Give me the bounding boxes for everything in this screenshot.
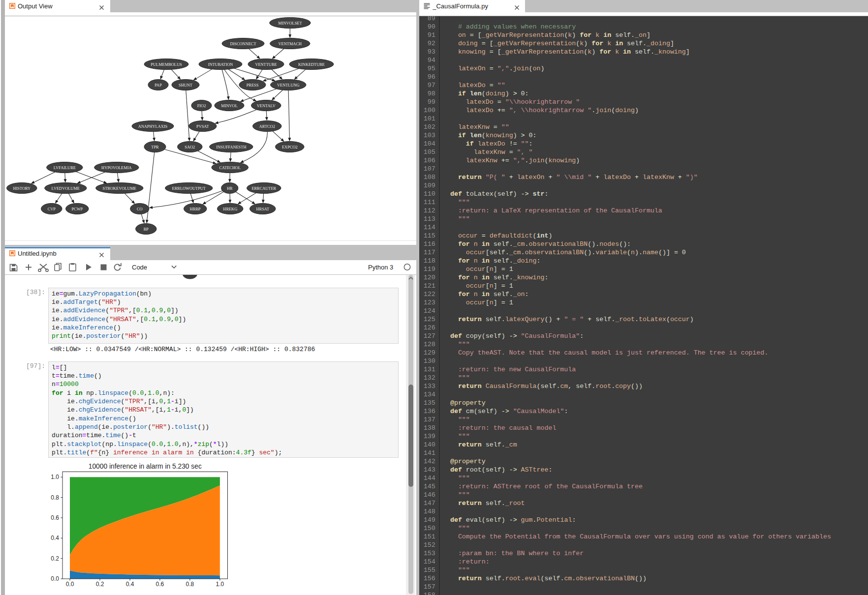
svg-text:0.6: 0.6: [51, 514, 59, 521]
svg-text:PVSAT: PVSAT: [196, 124, 209, 128]
svg-text:EXPCO2: EXPCO2: [282, 145, 298, 149]
svg-text:CVP: CVP: [48, 207, 56, 211]
svg-text:INTUBATION: INTUBATION: [208, 62, 233, 66]
svg-text:HISTORY: HISTORY: [13, 186, 31, 190]
svg-text:HRSAT: HRSAT: [256, 207, 270, 211]
svg-text:LVFAILURE: LVFAILURE: [54, 165, 76, 170]
svg-text:0.2: 0.2: [96, 581, 104, 588]
svg-text:SHUNT: SHUNT: [179, 83, 192, 87]
svg-text:STROKEVOLUME: STROKEVOLUME: [103, 186, 136, 190]
svg-text:VENTALV: VENTALV: [257, 103, 276, 108]
svg-text:ERRLOWOUTPUT: ERRLOWOUTPUT: [172, 186, 206, 190]
svg-text:ERRCAUTER: ERRCAUTER: [251, 186, 276, 190]
svg-text:CATECHOL: CATECHOL: [219, 165, 241, 170]
svg-text:10000 inference in alarm in 5.: 10000 inference in alarm in 5.230 sec: [89, 463, 202, 470]
svg-text:INSUFFANESTH: INSUFFANESTH: [216, 145, 246, 149]
svg-text:HYPOVOLEMIA: HYPOVOLEMIA: [101, 165, 131, 170]
svg-text:VENTLUNG: VENTLUNG: [277, 83, 300, 87]
svg-text:LVEDVOLUME: LVEDVOLUME: [52, 186, 80, 190]
svg-text:PCWP: PCWP: [71, 207, 83, 211]
svg-text:1.0: 1.0: [216, 581, 224, 588]
svg-text:SAO2: SAO2: [185, 145, 195, 149]
svg-text:0.2: 0.2: [51, 555, 59, 562]
svg-text:CO: CO: [137, 207, 143, 211]
svg-text:PULMEMBOLUS: PULMEMBOLUS: [151, 62, 182, 66]
svg-text:ARTCO2: ARTCO2: [259, 124, 275, 128]
svg-text:0.8: 0.8: [186, 581, 194, 588]
svg-text:MINVOL: MINVOL: [221, 103, 238, 108]
svg-text:0.8: 0.8: [51, 494, 59, 501]
svg-text:0.4: 0.4: [51, 535, 59, 541]
svg-text:DISCONNECT: DISCONNECT: [230, 41, 256, 46]
svg-text:HREKG: HREKG: [223, 207, 237, 211]
svg-text:VENTMACH: VENTMACH: [279, 41, 302, 46]
svg-text:VENTTUBE: VENTTUBE: [255, 62, 277, 66]
svg-text:HR: HR: [227, 186, 233, 190]
svg-text:0.0: 0.0: [51, 575, 59, 582]
svg-text:0.6: 0.6: [156, 581, 164, 588]
svg-text:BP: BP: [144, 227, 149, 231]
svg-text:TPR: TPR: [151, 145, 159, 149]
svg-text:HRBP: HRBP: [190, 207, 201, 211]
svg-text:PRESS: PRESS: [247, 83, 259, 87]
svg-text:FIO2: FIO2: [197, 103, 206, 108]
svg-text:1.0: 1.0: [51, 474, 59, 480]
svg-text:MINVOLSET: MINVOLSET: [278, 21, 302, 25]
svg-text:PAP: PAP: [155, 83, 162, 87]
svg-text:ANAPHYLAXIS: ANAPHYLAXIS: [138, 124, 168, 128]
svg-text:0.0: 0.0: [66, 581, 74, 588]
svg-text:0.4: 0.4: [126, 581, 134, 588]
svg-text:KINKEDTUBE: KINKEDTUBE: [298, 62, 325, 66]
